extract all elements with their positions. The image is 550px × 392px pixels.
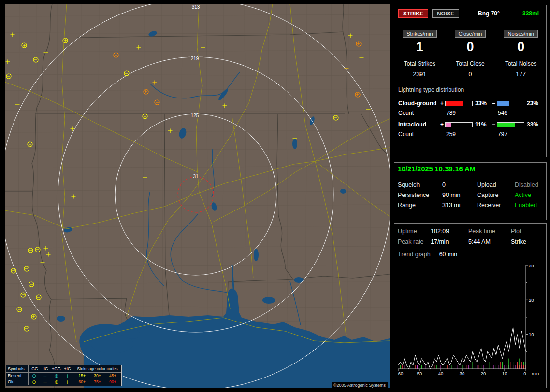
noises-per-min-value: 0 xyxy=(495,40,546,55)
age-15: 15+ xyxy=(79,374,86,378)
intracloud-row: Intracloud + 11% − 33% xyxy=(394,121,546,128)
uptime-value: 102:09 xyxy=(431,228,468,235)
bearing-label: Bng 70° xyxy=(478,10,500,17)
strikes-column: Strikes/min 1 Total Strikes 2391 xyxy=(394,29,445,78)
lightning-map[interactable]: 313 219 125 31 Symbols -CG -IC +CG +IC S… xyxy=(5,4,390,388)
cg-negative-bar-fill xyxy=(497,101,509,106)
cloud-ground-label: Cloud-ground xyxy=(398,100,439,107)
copyright-label: ©2005 Astrogenic Systems xyxy=(332,382,388,388)
total-strikes-value: 2391 xyxy=(394,71,445,78)
bearing-distance: 338mi xyxy=(522,10,539,17)
total-close-label: Total Close xyxy=(445,60,496,67)
trend-window-value: 60 min xyxy=(439,251,458,258)
persistence-label: Persistence xyxy=(398,192,442,198)
status-panel: 10/21/2025 10:39:16 AM Squelch 0 Upload … xyxy=(394,162,547,220)
uptime-peak-readout: Uptime 102:09 Peak time Plot Peak rate 1… xyxy=(394,224,546,245)
legend-recent-row: Recent ⊖ − ⊕ + 15+ 30+ 45+ xyxy=(6,373,121,379)
distribution-title: Lightning type distribution xyxy=(398,86,542,93)
noise-mode-button[interactable]: NOISE xyxy=(432,9,459,18)
legend-old-ages: 60+ 75+ 90+ xyxy=(73,379,121,385)
range-value: 313 mi xyxy=(442,202,477,209)
ic-minus-icon: − xyxy=(40,380,51,385)
legend-cg-pos-header: +CG xyxy=(51,367,62,371)
ring-label-31: 31 xyxy=(193,174,199,179)
upload-state: Disabled xyxy=(515,182,543,188)
map-legend: Symbols -CG -IC +CG +IC Strike age color… xyxy=(6,365,122,386)
x-tick-0: 0 xyxy=(523,371,526,376)
upload-label: Upload xyxy=(477,182,515,188)
ic-plus-icon: + xyxy=(62,374,73,378)
count-label: Count xyxy=(398,110,439,116)
cg-negative-count: 546 xyxy=(497,110,524,116)
squelch-label: Squelch xyxy=(398,182,442,188)
legend-ic-pos-header: +IC xyxy=(62,367,73,371)
legend-age-title: Strike age color codes xyxy=(73,365,121,372)
datetime-display: 10/21/2025 10:39:16 AM xyxy=(394,163,546,176)
legend-ic-neg-header: -IC xyxy=(40,367,51,371)
peak-rate-label: Peak rate xyxy=(398,238,431,245)
map-canvas: 313 219 125 31 xyxy=(5,4,390,388)
ic-negative-pct: 33% xyxy=(524,121,539,128)
minus-sign: − xyxy=(491,100,497,107)
count-label: Count xyxy=(398,131,439,138)
axis-ticks xyxy=(398,266,528,371)
range-label: Range xyxy=(398,202,442,209)
settings-readout: Squelch 0 Upload Disabled Persistence 90… xyxy=(394,176,546,214)
cloud-ground-count-row: Count 789 546 xyxy=(394,110,546,116)
x-unit-label: min xyxy=(532,371,539,376)
ic-positive-bar-fill xyxy=(446,123,451,127)
cloud-ground-row: Cloud-ground + 33% − 23% xyxy=(394,100,546,107)
age-75: 75+ xyxy=(94,380,101,384)
total-noises-value: 177 xyxy=(495,71,546,78)
legend-header-row: Symbols -CG -IC +CG +IC Strike age color… xyxy=(6,365,121,373)
x-tick-30: 30 xyxy=(460,371,465,376)
cg-minus-icon: ⊖ xyxy=(29,374,40,378)
cg-plus-icon: ⊕ xyxy=(51,374,62,378)
close-per-min-label: Close/min xyxy=(455,30,486,38)
divider xyxy=(394,95,546,95)
trend-graph-label: Trend graph xyxy=(398,251,431,258)
legend-recent-ages: 15+ 30+ 45+ xyxy=(73,373,121,379)
y-tick-20: 20 xyxy=(529,297,534,303)
capture-state: Active xyxy=(515,192,543,198)
cg-minus-icon: ⊖ xyxy=(29,380,40,385)
cg-positive-bar xyxy=(445,101,473,106)
ic-positive-bar xyxy=(445,122,473,127)
noises-column: Noises/min 0 Total Noises 177 xyxy=(495,29,546,78)
trend-panel: Uptime 102:09 Peak time Plot Peak rate 1… xyxy=(394,223,547,388)
statistics-panel: STRIKE NOISE Bng 70° 338mi Strikes/min 1… xyxy=(394,5,547,157)
plus-sign: + xyxy=(439,100,445,107)
cg-plus-icon: ⊕ xyxy=(51,380,62,385)
legend-symbols-header: Symbols xyxy=(6,365,29,372)
cg-positive-bar-fill xyxy=(446,101,463,106)
x-tick-60: 60 xyxy=(398,371,404,376)
total-close-value: 0 xyxy=(445,71,496,78)
peak-time-label: Peak time xyxy=(468,228,511,235)
mode-button-row: STRIKE NOISE Bng 70° 338mi xyxy=(394,5,546,18)
intracloud-count-row: Count 259 797 xyxy=(394,131,546,138)
strikes-per-min-value: 1 xyxy=(394,40,445,55)
receiver-state: Enabled xyxy=(515,202,543,209)
y-tick-30: 30 xyxy=(529,263,534,268)
ic-positive-count: 259 xyxy=(445,131,473,138)
cg-positive-count: 789 xyxy=(445,110,473,116)
cg-positive-pct: 33% xyxy=(473,100,491,107)
capture-label: Capture xyxy=(477,192,515,198)
legend-old-label: Old xyxy=(6,379,29,385)
plot-label: Plot xyxy=(511,228,543,235)
ring-label-125: 125 xyxy=(191,113,199,118)
x-tick-40: 40 xyxy=(438,371,444,376)
squelch-value: 0 xyxy=(442,182,477,188)
intracloud-label: Intracloud xyxy=(398,121,439,128)
ic-plus-icon: + xyxy=(62,380,73,385)
ic-negative-bar-fill xyxy=(497,123,515,127)
cg-negative-pct: 23% xyxy=(524,100,539,107)
age-30: 30+ xyxy=(94,374,101,378)
strike-mode-button[interactable]: STRIKE xyxy=(398,9,428,18)
close-column: Close/min 0 Total Close 0 xyxy=(445,29,496,78)
uptime-label: Uptime xyxy=(398,228,431,235)
peak-time-value: 5:44 AM xyxy=(468,238,511,245)
ic-negative-count: 797 xyxy=(497,131,524,138)
peak-rate-value: 17/min xyxy=(431,238,468,245)
age-60: 60+ xyxy=(79,380,86,384)
